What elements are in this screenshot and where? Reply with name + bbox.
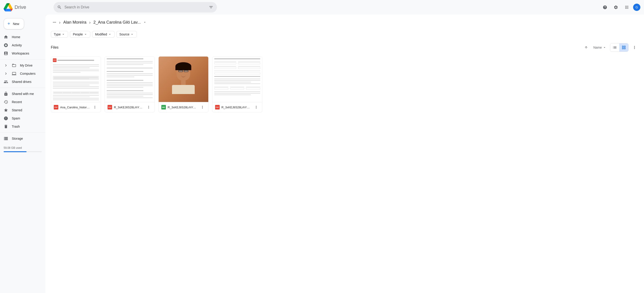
logo-area: Drive <box>4 3 49 12</box>
breadcrumb: › Alan Moreira › 2_Ana Carolina Giló Lav… <box>51 15 638 29</box>
breadcrumb-sep-2: › <box>89 20 91 25</box>
file-footer-2: PDF R_3xKEJtIS28LrhYJ_C... <box>105 102 154 112</box>
spam-icon <box>4 116 8 121</box>
file-more-btn-2[interactable] <box>146 104 152 110</box>
grid-view-button[interactable] <box>619 43 628 52</box>
sidebar-item-shared-with-me[interactable]: Shared with me <box>0 90 44 98</box>
files-grid: PDF <box>51 56 638 112</box>
storage-fill <box>4 151 26 152</box>
settings-button[interactable] <box>611 3 620 12</box>
storage-usage-text: 59.08 GB used <box>4 146 22 149</box>
breadcrumb-folder-alan-moreira[interactable]: Alan Moreira <box>62 19 88 26</box>
sidebar-item-trash-label: Trash <box>12 125 20 128</box>
shared-drives-icon <box>4 80 8 84</box>
filter-source-label: Source <box>119 33 129 36</box>
sidebar-item-my-drive-label: My Drive <box>20 64 32 67</box>
sidebar-item-spam-label: Spam <box>12 117 20 120</box>
view-toggle <box>610 43 628 52</box>
filter-modified-label: Modified <box>95 33 107 36</box>
file-more-btn-1[interactable] <box>92 104 98 110</box>
starred-icon <box>4 108 8 112</box>
filter-type-label: Type <box>54 33 60 36</box>
app-name-label: Drive <box>14 4 26 10</box>
sidebar-item-workspaces[interactable]: Workspaces <box>0 49 44 58</box>
help-button[interactable] <box>600 3 610 12</box>
sidebar-item-starred[interactable]: Starred <box>0 106 44 114</box>
filters-bar: Type People Modified Source <box>51 29 638 41</box>
file-more-btn-4[interactable] <box>253 104 259 110</box>
new-button[interactable]: + New <box>4 18 24 29</box>
workspaces-icon <box>4 51 8 56</box>
breadcrumb-dropdown-button[interactable] <box>142 19 148 26</box>
file-name-3: R_3xKEJtIS28LrhYJ_... <box>168 106 198 109</box>
sort-up-button[interactable] <box>582 45 590 50</box>
filter-modified-button[interactable]: Modified <box>92 31 114 38</box>
sidebar-item-shared-drives[interactable]: Shared drives <box>0 78 44 86</box>
sidebar-item-my-drive[interactable]: My Drive <box>0 61 44 70</box>
new-button-label: New <box>13 22 19 26</box>
file-card-1[interactable]: PDF <box>51 56 101 112</box>
search-icon <box>57 5 62 10</box>
more-options-button[interactable] <box>630 43 638 52</box>
files-section-header: Files Name <box>51 41 638 54</box>
file-thumbnail-3 <box>158 57 208 102</box>
filter-people-label: People <box>73 33 83 36</box>
sort-name-button[interactable]: Name <box>592 45 608 50</box>
file-thumbnail-4 <box>212 57 262 102</box>
drive-logo-icon <box>4 3 13 12</box>
file-card-2[interactable]: PDF R_3xKEJtIS28LrhYJ_C... <box>104 56 155 112</box>
file-more-btn-3[interactable] <box>199 104 206 110</box>
filter-source-button[interactable]: Source <box>116 31 137 38</box>
sidebar-item-workspaces-label: Workspaces <box>12 52 29 55</box>
filter-people-button[interactable]: People <box>70 31 90 38</box>
topbar-actions: G <box>600 3 640 12</box>
computer-icon <box>12 71 16 76</box>
search-filter-icon[interactable] <box>209 5 213 10</box>
account-avatar[interactable]: G <box>633 4 640 11</box>
sidebar-divider-3 <box>0 132 46 133</box>
img-type-icon-3: IMG <box>161 105 166 110</box>
breadcrumb-current-label: 2_Ana Carolina Giló Lav... <box>93 20 141 25</box>
sidebar-item-recent-label: Recent <box>12 100 22 104</box>
pdf-type-icon-1: PDF <box>54 105 58 110</box>
chevron-right-icon <box>4 63 8 68</box>
apps-button[interactable] <box>622 3 631 12</box>
sidebar-item-spam[interactable]: Spam <box>0 114 44 122</box>
sidebar-item-home-label: Home <box>12 35 20 39</box>
file-footer-3: IMG R_3xKEJtIS28LrhYJ_... <box>158 102 208 112</box>
sidebar-item-activity[interactable]: Activity <box>0 41 44 49</box>
activity-icon <box>4 43 8 48</box>
list-view-button[interactable] <box>610 43 619 52</box>
chevron-right-icon-2 <box>4 71 8 76</box>
breadcrumb-sep-1: › <box>59 20 60 25</box>
breadcrumb-folder-current[interactable]: 2_Ana Carolina Giló Lav... <box>92 18 150 26</box>
file-card-3[interactable]: IMG R_3xKEJtIS28LrhYJ_... <box>158 56 208 112</box>
sidebar-item-trash[interactable]: Trash <box>0 122 44 131</box>
trash-icon <box>4 124 8 129</box>
breadcrumb-more-button[interactable] <box>51 19 58 26</box>
storage-usage: 59.08 GB used <box>0 144 46 154</box>
sidebar-item-storage[interactable]: Storage <box>0 134 44 143</box>
sidebar-item-activity-label: Activity <box>12 43 22 47</box>
sidebar-item-shared-drives-label: Shared drives <box>12 80 31 84</box>
sort-name-label: Name <box>594 46 602 49</box>
sidebar-item-starred-label: Starred <box>12 108 22 112</box>
file-thumbnail-1: PDF <box>51 57 101 102</box>
file-card-4[interactable]: PDF R_3xKEJtIS28LrhYJ-A... <box>212 56 262 112</box>
filter-type-button[interactable]: Type <box>51 31 68 38</box>
sidebar-item-recent[interactable]: Recent <box>0 98 44 106</box>
sidebar-item-computers-label: Computers <box>20 72 36 75</box>
search-bar <box>54 2 217 13</box>
shared-me-icon <box>4 92 8 96</box>
main-layout: + New Home Activity Workspaces My Drive <box>0 15 644 293</box>
file-footer-1: PDF Ana_Carolins_historic... <box>51 102 101 112</box>
file-name-2: R_3xKEJtIS28LrhYJ_C... <box>114 106 144 109</box>
sidebar-item-home[interactable]: Home <box>0 33 44 41</box>
files-section-title: Files <box>51 46 58 50</box>
search-input[interactable] <box>64 5 206 9</box>
topbar: Drive G <box>0 0 644 15</box>
sidebar-item-computers[interactable]: Computers <box>0 70 44 78</box>
plus-icon: + <box>8 21 10 26</box>
sort-controls: Name <box>582 43 638 52</box>
file-footer-4: PDF R_3xKEJtIS28LrhYJ-A... <box>212 102 262 112</box>
